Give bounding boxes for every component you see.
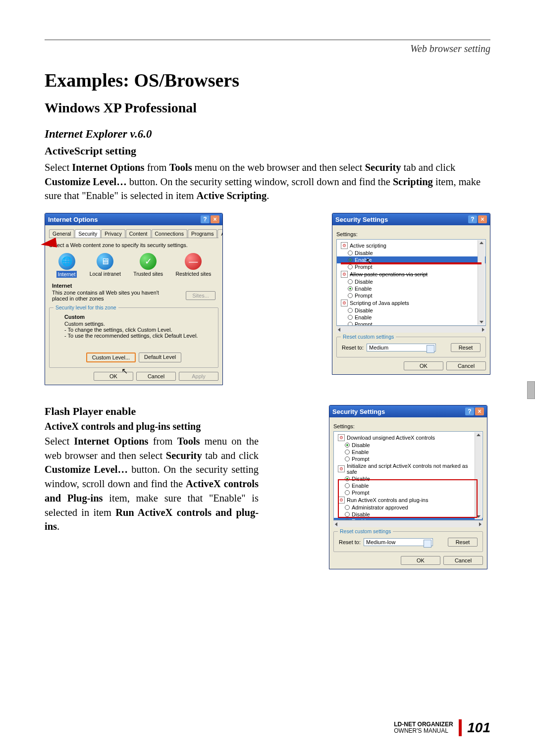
security-settings-dialog-1: Security Settings ? × Settings: ⚙Active … (332, 213, 490, 375)
radio-icon[interactable] (348, 257, 353, 262)
activescript-heading: ActiveScript setting (45, 145, 490, 157)
dialog-title: Security Settings (335, 216, 388, 223)
radio-icon[interactable] (348, 322, 353, 326)
reset-group-title: Reset custom settings (341, 334, 396, 340)
radio-icon[interactable] (348, 251, 353, 255)
page-footer: LD-NET ORGANIZER OWNER'S MANUAL 101 (45, 719, 490, 736)
security-settings-dialog-2: Security Settings ? × Settings: ⚙Downloa… (329, 405, 487, 569)
radio-icon[interactable] (345, 505, 350, 510)
subtitle-os: Windows XP Professional (45, 100, 490, 116)
settings-tree[interactable]: ⚙Download unsigned ActiveX controlsDisab… (333, 431, 483, 520)
tree-option[interactable]: Prompt (337, 321, 485, 326)
tab-programs[interactable]: Programs (188, 229, 217, 238)
tab-general[interactable]: General (49, 229, 74, 238)
radio-icon[interactable] (345, 483, 350, 488)
zone-desc: This zone contains all Web sites you hav… (52, 290, 161, 302)
tree-option[interactable]: Disable (337, 250, 485, 256)
activescript-paragraph: Select Internet Options from Tools menu … (45, 160, 490, 203)
radio-icon[interactable] (345, 450, 350, 454)
tree-option[interactable]: Disable (337, 307, 485, 314)
close-icon[interactable]: × (211, 215, 219, 223)
default-level-button[interactable]: Default Level (139, 353, 181, 362)
scrollbar-horizontal[interactable] (333, 520, 483, 527)
sites-button[interactable]: Sites... (186, 291, 215, 300)
tree-option[interactable]: Prompt (337, 292, 485, 299)
scrollbar-horizontal[interactable] (336, 326, 486, 333)
tabs: General Security Privacy Content Connect… (49, 229, 218, 238)
radio-icon[interactable] (345, 476, 350, 481)
tree-category: ⚙Download unsigned ActiveX controls (334, 434, 482, 442)
flash-heading: Flash Player enable (45, 405, 259, 418)
gear-icon: ⚙ (341, 300, 348, 306)
radio-icon[interactable] (345, 443, 350, 448)
tree-option[interactable]: Prompt (337, 263, 485, 270)
zone-title: Internet (52, 283, 215, 289)
activex-heading: ActiveX controls and plug-ins setting (45, 421, 259, 432)
scrollbar-vertical[interactable] (478, 240, 485, 325)
reset-button[interactable]: Reset (451, 343, 481, 352)
radio-icon[interactable] (348, 308, 353, 313)
ok-button[interactable]: OK (401, 556, 440, 565)
tree-option[interactable]: Disable (334, 475, 482, 482)
reset-combo[interactable]: Medium (367, 344, 436, 352)
page-title: Examples: OS/Browsers (45, 69, 490, 91)
radio-icon[interactable] (348, 293, 353, 298)
reset-group-title: Reset custom settings (338, 528, 393, 534)
custom-line3: - To use the recommended settings, click… (64, 333, 213, 339)
footer-manual: OWNER'S MANUAL (394, 727, 448, 734)
tree-option[interactable]: Enable (337, 256, 485, 263)
tab-security[interactable]: Security (75, 229, 101, 238)
cancel-button[interactable]: Cancel (446, 361, 486, 370)
tree-option[interactable]: Prompt (334, 489, 482, 496)
radio-icon[interactable] (348, 279, 353, 284)
custom-heading: Custom (64, 314, 213, 320)
zone-intro: Select a Web content zone to specify its… (49, 242, 218, 248)
ok-button[interactable]: OK (94, 372, 133, 381)
radio-icon[interactable] (348, 315, 353, 320)
reset-to-label: Reset to: (339, 539, 361, 545)
zone-internet[interactable]: 🌐 Internet (56, 253, 77, 278)
custom-level-button[interactable]: Custom Level... (86, 353, 136, 362)
tab-connections[interactable]: Connections (152, 229, 187, 238)
tree-option[interactable]: Administrator approved (334, 504, 482, 511)
zone-trusted[interactable]: ✓ Trusted sites (133, 253, 163, 278)
close-icon[interactable]: × (478, 215, 487, 223)
cancel-button[interactable]: Cancel (443, 556, 483, 565)
radio-icon[interactable] (348, 264, 353, 269)
tree-option[interactable]: Disable (334, 442, 482, 449)
tree-option[interactable]: Enable (337, 314, 485, 321)
gear-icon: ⚙ (341, 271, 348, 278)
settings-tree[interactable]: ⚙Active scriptingDisableEnablePrompt⚙All… (336, 239, 486, 326)
apply-button[interactable]: Apply (179, 372, 218, 381)
zone-intranet[interactable]: 🖥 Local intranet (90, 253, 121, 278)
tree-option[interactable]: Enable (337, 285, 485, 292)
reset-combo[interactable]: Medium-low (364, 538, 433, 546)
gear-icon: ⚙ (341, 242, 348, 249)
tree-category: ⚙Active scripting (337, 242, 485, 250)
tree-option[interactable]: Disable (334, 511, 482, 518)
ok-button[interactable]: OK (404, 361, 443, 370)
reset-button[interactable]: Reset (448, 538, 478, 547)
gear-icon: ⚙ (338, 497, 345, 504)
radio-icon[interactable] (345, 490, 350, 495)
tab-advanced[interactable]: Advanced (217, 229, 223, 238)
tree-option[interactable]: Enable (334, 449, 482, 455)
tree-category: ⚙Initialize and script ActiveX controls … (334, 462, 482, 475)
tab-privacy[interactable]: Privacy (101, 229, 125, 238)
tab-content[interactable]: Content (126, 229, 151, 238)
tree-option[interactable]: Enable (334, 482, 482, 489)
zone-restricted[interactable]: — Restricted sites (175, 253, 211, 278)
help-icon[interactable]: ? (465, 407, 474, 415)
help-icon[interactable]: ? (201, 215, 210, 223)
tree-option[interactable]: Disable (337, 278, 485, 285)
scrollbar-vertical[interactable] (475, 432, 482, 519)
activex-paragraph: Select Internet Options from Tools menu … (45, 434, 259, 534)
tree-option[interactable]: Prompt (334, 455, 482, 462)
help-icon[interactable]: ? (468, 215, 477, 223)
tree-category: ⚙Allow paste operations via script (337, 270, 485, 278)
close-icon[interactable]: × (475, 407, 484, 415)
cancel-button[interactable]: Cancel (136, 372, 176, 381)
radio-icon[interactable] (345, 512, 350, 517)
radio-icon[interactable] (348, 286, 353, 291)
radio-icon[interactable] (345, 456, 350, 461)
